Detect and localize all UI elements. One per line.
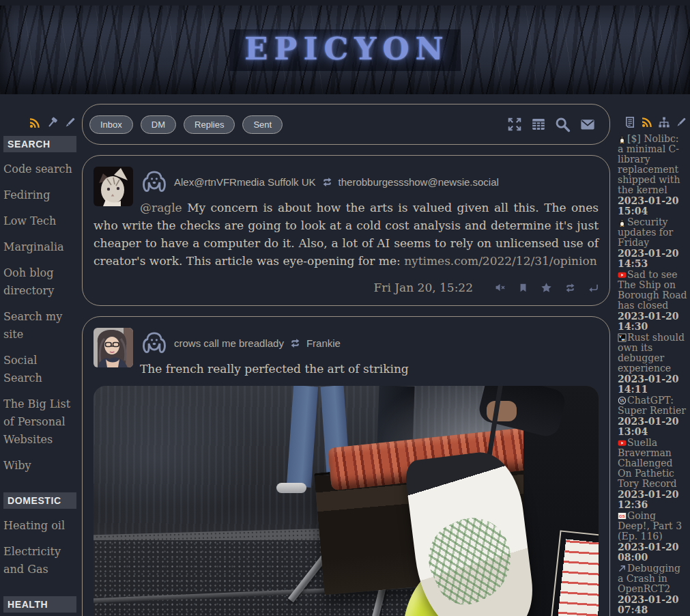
newswire-item[interactable]: [$] Nolibc: a minimal C-library replacem…	[618, 134, 687, 195]
post-author[interactable]: crows call me breadlady	[174, 337, 284, 349]
sidebar-link-search-my-site[interactable]: Search my site	[3, 308, 76, 344]
gs-icon	[618, 512, 627, 520]
newswire-item[interactable]: Debugging a Crash in OpenRCT2	[618, 563, 687, 594]
sidebar-link-fediring[interactable]: Fediring	[3, 186, 76, 204]
newswire-icon[interactable]	[624, 116, 636, 128]
penguin-icon	[618, 218, 627, 227]
person-dog-icon[interactable]	[140, 167, 169, 196]
instance-title: EPICYON	[229, 29, 460, 71]
newswire-item[interactable]: Sad to see The Ship on Borough Road has …	[618, 270, 687, 311]
newswire-date: 2023-01-20 14:11	[618, 374, 687, 395]
bookmark-icon[interactable]	[518, 283, 528, 293]
post-via-author[interactable]: Frankie	[306, 337, 341, 349]
timeline-column: Inbox DM Replies Sent	[81, 94, 613, 616]
rss-icon[interactable]	[29, 117, 41, 129]
newswire-column: [$] Nolibc: a minimal C-library replacem…	[613, 94, 690, 616]
boost-icon	[321, 176, 333, 188]
newswire-date: 2023-01-20 14:30	[618, 311, 687, 332]
photo-sneaker	[276, 483, 306, 493]
sidebar-link-ooh-blog[interactable]: Ooh blog directory	[3, 264, 76, 300]
post-content: @ragle My concern is about how the arts …	[94, 199, 599, 270]
section-header-search: SEARCH	[3, 136, 76, 152]
sidebar-link-code-search[interactable]: Code search	[3, 160, 76, 178]
post-url-link[interactable]: nytimes.com/2022/12/31/opinion	[404, 254, 597, 268]
sidebar-link-wiby[interactable]: Wiby	[3, 457, 76, 475]
sidebar-link-marginalia[interactable]: Marginalia	[3, 238, 76, 256]
links-column: SEARCH Code search Fediring Low Tech Mar…	[0, 94, 81, 616]
newswire-item[interactable]: Going Deep!, Part 3 (Ep. 116)	[618, 511, 687, 542]
mute-icon[interactable]	[495, 282, 506, 293]
post-author[interactable]: Alex@rtnVFRmedia Suffolk UK	[174, 176, 316, 188]
edit-icon[interactable]	[63, 116, 76, 129]
newswire-date: 2023-01-20 14:53	[618, 249, 687, 269]
person-dog-icon[interactable]	[140, 328, 169, 357]
avatar[interactable]	[94, 167, 133, 206]
post-text: The french really perfected the art of s…	[140, 362, 409, 376]
epicyon-page: EPICYON SEARCH Code search Fediring Low …	[0, 0, 690, 616]
newswire-date: 2023-01-20 07:48	[618, 595, 687, 615]
photo-hand	[487, 401, 517, 421]
tab-sent[interactable]: Sent	[242, 115, 283, 134]
tab-dm[interactable]: DM	[141, 115, 176, 134]
post: crows call me breadlady Frankie The fren…	[82, 316, 610, 616]
timeline-header: Inbox DM Replies Sent	[82, 104, 610, 145]
youtube-icon	[618, 270, 627, 279]
newswire-item[interactable]: Suella Braverman Challenged On Pathetic …	[618, 438, 687, 489]
yw-icon	[618, 333, 627, 342]
post-timestamp: Fri Jan 20, 15:22	[374, 281, 474, 294]
newswire-date: 2023-01-20 13:04	[618, 417, 687, 437]
photo-palm-print	[416, 505, 525, 614]
sidebar-link-big-list[interactable]: The Big List of Personal Websites	[3, 395, 76, 449]
hammer-icon[interactable]	[46, 116, 59, 129]
avatar[interactable]	[94, 328, 133, 367]
envelope-icon[interactable]	[579, 117, 596, 132]
sidebar-link-electricity-gas[interactable]: Electricity and Gas	[3, 543, 76, 578]
sidebar-link-low-tech[interactable]: Low Tech	[3, 212, 76, 230]
newswire-item[interactable]: Security updates for Friday	[618, 217, 687, 248]
boost-icon	[289, 337, 301, 349]
top-strip	[0, 0, 690, 5]
post-content: The french really perfected the art of s…	[94, 360, 599, 378]
search-icon[interactable]	[555, 117, 571, 132]
wordpress-icon	[618, 396, 627, 405]
section-header-domestic: DOMESTIC	[3, 492, 76, 509]
penguin-icon	[618, 135, 627, 143]
arrow-up-right-icon	[618, 564, 627, 573]
tab-inbox[interactable]: Inbox	[89, 115, 133, 134]
edit-icon[interactable]	[675, 116, 687, 128]
sidebar-link-social-search[interactable]: Social Search	[3, 352, 76, 387]
newswire-item[interactable]: Rust should own its debugger experience	[618, 333, 687, 374]
boost-action-icon[interactable]	[564, 282, 576, 294]
mention-link[interactable]: @ragle	[140, 201, 182, 214]
newswire-date: 2023-01-20 15:04	[618, 196, 687, 216]
calendar-icon[interactable]	[531, 117, 546, 132]
rss-icon[interactable]	[641, 116, 653, 128]
post-image-street-grill[interactable]	[94, 386, 599, 616]
banner[interactable]: EPICYON	[0, 5, 690, 94]
reply-icon[interactable]	[588, 283, 599, 293]
expand-icon[interactable]	[507, 117, 522, 132]
share-icon[interactable]	[658, 116, 670, 128]
post-via-author[interactable]: therobburgessshow@newsie.social	[339, 176, 499, 188]
newswire-item[interactable]: ChatGPT: Super Rentier	[618, 395, 687, 416]
sidebar-link-heating-oil[interactable]: Heating oil	[3, 517, 76, 535]
newswire-date: 2023-01-20 08:00	[618, 542, 687, 563]
tab-replies[interactable]: Replies	[184, 115, 235, 134]
star-icon[interactable]	[541, 282, 552, 294]
youtube-icon	[618, 438, 627, 447]
section-header-health: HEALTH	[3, 596, 76, 613]
newswire-date: 2023-01-20 12:36	[618, 490, 687, 510]
post: Alex@rtnVFRmedia Suffolk UK therobburges…	[82, 155, 610, 306]
